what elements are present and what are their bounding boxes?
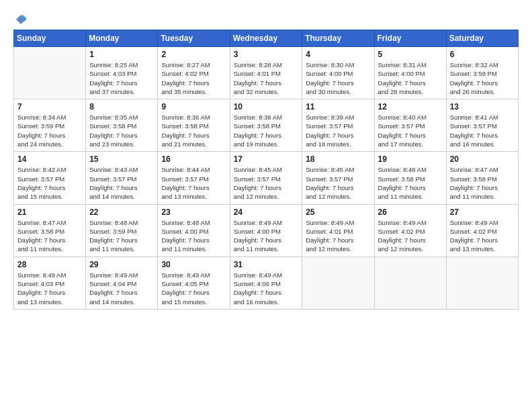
day-number: 4 [306, 50, 370, 59]
day-info: Sunrise: 8:49 AM Sunset: 4:04 PM Dayligh… [89, 271, 154, 306]
day-info: Sunrise: 8:49 AM Sunset: 4:01 PM Dayligh… [306, 218, 370, 254]
calendar-cell: 18Sunrise: 8:45 AM Sunset: 3:57 PM Dayli… [302, 152, 374, 204]
day-number: 7 [17, 102, 82, 111]
col-header-thursday: Thursday [302, 30, 374, 47]
calendar-cell [302, 257, 374, 309]
logo [13, 13, 27, 26]
day-info: Sunrise: 8:47 AM Sunset: 3:58 PM Dayligh… [17, 218, 82, 254]
day-number: 1 [89, 50, 154, 59]
day-number: 14 [17, 154, 82, 164]
calendar-cell: 5Sunrise: 8:31 AM Sunset: 4:00 PM Daylig… [374, 47, 446, 99]
calendar-cell: 28Sunrise: 8:49 AM Sunset: 4:03 PM Dayli… [14, 257, 86, 309]
day-number: 3 [234, 50, 299, 59]
day-info: Sunrise: 8:48 AM Sunset: 3:59 PM Dayligh… [89, 218, 154, 254]
calendar-cell: 31Sunrise: 8:49 AM Sunset: 4:06 PM Dayli… [230, 257, 302, 309]
day-info: Sunrise: 8:45 AM Sunset: 3:57 PM Dayligh… [234, 165, 299, 201]
day-number: 16 [161, 154, 226, 164]
day-info: Sunrise: 8:25 AM Sunset: 4:03 PM Dayligh… [89, 60, 154, 96]
calendar-week-row: 28Sunrise: 8:49 AM Sunset: 4:03 PM Dayli… [14, 257, 519, 309]
calendar-cell: 7Sunrise: 8:34 AM Sunset: 3:59 PM Daylig… [14, 99, 86, 152]
calendar-cell: 25Sunrise: 8:49 AM Sunset: 4:01 PM Dayli… [302, 204, 374, 257]
day-number: 6 [450, 50, 515, 59]
calendar-week-row: 21Sunrise: 8:47 AM Sunset: 3:58 PM Dayli… [14, 204, 519, 257]
calendar-cell: 14Sunrise: 8:42 AM Sunset: 3:57 PM Dayli… [14, 152, 86, 204]
day-number: 27 [450, 208, 515, 217]
calendar-cell: 21Sunrise: 8:47 AM Sunset: 3:58 PM Dayli… [14, 204, 86, 257]
calendar-header-row: SundayMondayTuesdayWednesdayThursdayFrid… [14, 30, 519, 47]
day-info: Sunrise: 8:48 AM Sunset: 4:00 PM Dayligh… [161, 218, 226, 254]
day-number: 29 [89, 260, 154, 269]
day-info: Sunrise: 8:47 AM Sunset: 3:58 PM Dayligh… [450, 165, 515, 201]
calendar-cell: 27Sunrise: 8:49 AM Sunset: 4:02 PM Dayli… [446, 204, 518, 257]
day-number: 30 [161, 260, 226, 269]
calendar-cell: 22Sunrise: 8:48 AM Sunset: 3:59 PM Dayli… [86, 204, 158, 257]
day-info: Sunrise: 8:45 AM Sunset: 3:57 PM Dayligh… [306, 165, 370, 201]
calendar-cell: 8Sunrise: 8:35 AM Sunset: 3:58 PM Daylig… [86, 99, 158, 152]
calendar-cell: 29Sunrise: 8:49 AM Sunset: 4:04 PM Dayli… [86, 257, 158, 309]
day-info: Sunrise: 8:49 AM Sunset: 4:02 PM Dayligh… [378, 218, 443, 254]
calendar-cell: 23Sunrise: 8:48 AM Sunset: 4:00 PM Dayli… [158, 204, 230, 257]
calendar-cell: 26Sunrise: 8:49 AM Sunset: 4:02 PM Dayli… [374, 204, 446, 257]
day-info: Sunrise: 8:40 AM Sunset: 3:57 PM Dayligh… [378, 113, 443, 148]
day-number: 21 [17, 208, 82, 217]
day-number: 18 [306, 154, 370, 164]
day-number: 8 [89, 102, 154, 111]
day-info: Sunrise: 8:41 AM Sunset: 3:57 PM Dayligh… [450, 113, 515, 148]
calendar-cell: 9Sunrise: 8:36 AM Sunset: 3:58 PM Daylig… [158, 99, 230, 152]
day-info: Sunrise: 8:44 AM Sunset: 3:57 PM Dayligh… [161, 165, 226, 201]
day-number: 22 [89, 208, 154, 217]
logo-icon [15, 13, 27, 26]
calendar-cell: 6Sunrise: 8:32 AM Sunset: 3:59 PM Daylig… [446, 47, 518, 99]
day-info: Sunrise: 8:28 AM Sunset: 4:01 PM Dayligh… [234, 60, 299, 96]
col-header-tuesday: Tuesday [158, 30, 230, 47]
day-number: 12 [378, 102, 443, 111]
calendar-week-row: 14Sunrise: 8:42 AM Sunset: 3:57 PM Dayli… [14, 152, 519, 204]
calendar-cell: 17Sunrise: 8:45 AM Sunset: 3:57 PM Dayli… [230, 152, 302, 204]
day-info: Sunrise: 8:30 AM Sunset: 4:00 PM Dayligh… [306, 60, 370, 96]
calendar-cell: 24Sunrise: 8:49 AM Sunset: 4:00 PM Dayli… [230, 204, 302, 257]
calendar-cell: 3Sunrise: 8:28 AM Sunset: 4:01 PM Daylig… [230, 47, 302, 99]
day-info: Sunrise: 8:49 AM Sunset: 4:00 PM Dayligh… [234, 218, 299, 254]
day-number: 5 [378, 50, 443, 59]
day-info: Sunrise: 8:49 AM Sunset: 4:06 PM Dayligh… [234, 271, 299, 306]
col-header-monday: Monday [86, 30, 158, 47]
day-info: Sunrise: 8:43 AM Sunset: 3:57 PM Dayligh… [89, 165, 154, 201]
day-info: Sunrise: 8:35 AM Sunset: 3:58 PM Dayligh… [89, 113, 154, 148]
calendar-cell: 15Sunrise: 8:43 AM Sunset: 3:57 PM Dayli… [86, 152, 158, 204]
day-info: Sunrise: 8:32 AM Sunset: 3:59 PM Dayligh… [450, 60, 515, 96]
calendar-week-row: 1Sunrise: 8:25 AM Sunset: 4:03 PM Daylig… [14, 47, 519, 99]
col-header-saturday: Saturday [446, 30, 518, 47]
calendar-cell [14, 47, 86, 99]
header [13, 11, 519, 26]
day-number: 24 [234, 208, 299, 217]
day-info: Sunrise: 8:49 AM Sunset: 4:02 PM Dayligh… [450, 218, 515, 254]
day-number: 28 [17, 260, 82, 269]
page: SundayMondayTuesdayWednesdayThursdayFrid… [0, 0, 532, 411]
calendar-cell: 2Sunrise: 8:27 AM Sunset: 4:02 PM Daylig… [158, 47, 230, 99]
day-info: Sunrise: 8:36 AM Sunset: 3:58 PM Dayligh… [161, 113, 226, 148]
calendar-cell: 10Sunrise: 8:38 AM Sunset: 3:58 PM Dayli… [230, 99, 302, 152]
day-info: Sunrise: 8:31 AM Sunset: 4:00 PM Dayligh… [378, 60, 443, 96]
day-number: 10 [234, 102, 299, 111]
calendar-table: SundayMondayTuesdayWednesdayThursdayFrid… [13, 30, 519, 310]
calendar-cell: 13Sunrise: 8:41 AM Sunset: 3:57 PM Dayli… [446, 99, 518, 152]
day-info: Sunrise: 8:27 AM Sunset: 4:02 PM Dayligh… [161, 60, 226, 96]
calendar-cell: 12Sunrise: 8:40 AM Sunset: 3:57 PM Dayli… [374, 99, 446, 152]
day-number: 2 [161, 50, 226, 59]
calendar-cell: 4Sunrise: 8:30 AM Sunset: 4:00 PM Daylig… [302, 47, 374, 99]
day-number: 19 [378, 154, 443, 164]
calendar-cell [446, 257, 518, 309]
col-header-wednesday: Wednesday [230, 30, 302, 47]
day-number: 15 [89, 154, 154, 164]
calendar-cell: 20Sunrise: 8:47 AM Sunset: 3:58 PM Dayli… [446, 152, 518, 204]
day-info: Sunrise: 8:42 AM Sunset: 3:57 PM Dayligh… [17, 165, 82, 201]
day-info: Sunrise: 8:46 AM Sunset: 3:58 PM Dayligh… [378, 165, 443, 201]
col-header-sunday: Sunday [14, 30, 86, 47]
day-number: 20 [450, 154, 515, 164]
calendar-cell [374, 257, 446, 309]
calendar-cell: 16Sunrise: 8:44 AM Sunset: 3:57 PM Dayli… [158, 152, 230, 204]
day-info: Sunrise: 8:49 AM Sunset: 4:03 PM Dayligh… [17, 271, 82, 306]
day-number: 17 [234, 154, 299, 164]
day-info: Sunrise: 8:38 AM Sunset: 3:58 PM Dayligh… [234, 113, 299, 148]
day-number: 23 [161, 208, 226, 217]
